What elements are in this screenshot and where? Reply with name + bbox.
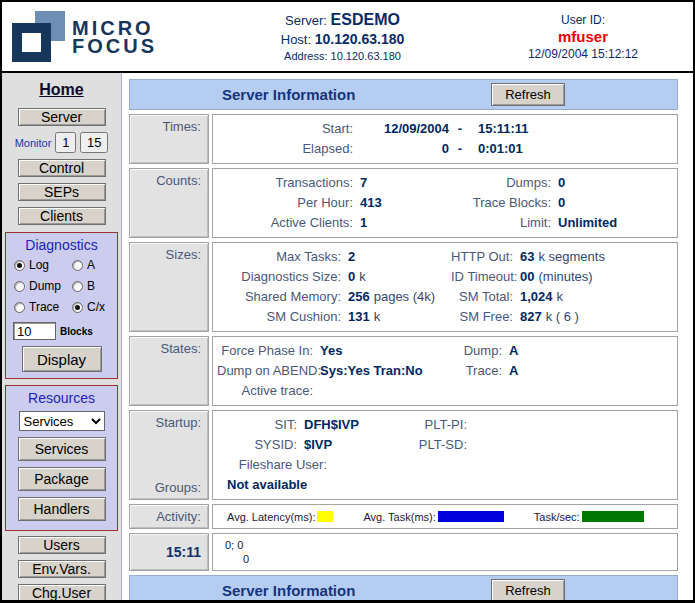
- resources-title: Resources: [28, 390, 95, 406]
- activity-row-label: Activity:: [129, 504, 209, 529]
- envvars-button[interactable]: Env.Vars.: [18, 560, 106, 578]
- sample-time-label: 15:11: [129, 533, 209, 571]
- bottom-title-bar: Server Information Refresh: [129, 575, 678, 600]
- logo-front-square: [12, 23, 51, 62]
- shared-memory-suffix: pages (4k): [370, 289, 435, 304]
- monitor-row: Monitor 1 15: [15, 132, 109, 153]
- start-label: Start:: [217, 119, 353, 139]
- display-button[interactable]: Display: [22, 346, 102, 372]
- id-timeout-label: ID Timeout:: [451, 267, 513, 287]
- server-identity: Server: ESDEMO Host: 10.120.63.180 Addre…: [162, 10, 523, 64]
- limit-label: Limit:: [449, 213, 551, 233]
- sm-free-suffix: k ( 6 ): [542, 309, 579, 324]
- microfocus-logo: MICRO FOCUS: [12, 11, 157, 62]
- microfocus-logo-icon: [12, 11, 65, 62]
- trace-state-value: A: [502, 361, 673, 381]
- home-link[interactable]: Home: [39, 81, 83, 99]
- es-admin-window: MICRO FOCUS Server: ESDEMO Host: 10.120.…: [0, 0, 695, 603]
- force-phase-value: Yes: [313, 341, 425, 361]
- sample-values: 0; 0 0: [212, 533, 678, 571]
- monitor-label: Monitor: [15, 137, 52, 149]
- diag-radio-dump-label: Dump: [29, 279, 61, 293]
- http-out-label: HTTP Out:: [451, 247, 513, 267]
- diag-radio-a-label: A: [87, 258, 95, 272]
- sm-free-value: 827: [520, 309, 542, 324]
- clients-button[interactable]: Clients: [18, 207, 106, 225]
- seps-button[interactable]: SEPs: [18, 183, 106, 201]
- handlers-button[interactable]: Handlers: [18, 497, 106, 521]
- states-row-label: States:: [129, 336, 209, 406]
- diag-radio-cx[interactable]: C/x: [72, 300, 105, 314]
- startup-row: Startup: Groups: SIT: DFH$IVP PLT-PI: SY…: [129, 410, 678, 500]
- dump-abend-value: Sys:Yes Tran:No: [313, 361, 425, 381]
- refresh-button-bottom[interactable]: Refresh: [491, 579, 565, 600]
- active-clients-label: Active Clients:: [217, 213, 353, 233]
- user-id-label: User ID:: [503, 12, 663, 28]
- sm-cushion-value: 131: [348, 309, 370, 324]
- radio-circle-icon: [72, 281, 83, 292]
- task-sec-label: Task/sec:: [534, 511, 580, 523]
- diagnostics-radio-group: Log A Dump B: [6, 258, 105, 314]
- server-button[interactable]: Server: [18, 108, 106, 126]
- sm-free-label: SM Free:: [451, 307, 513, 327]
- id-timeout-suffix: (minutes): [534, 269, 592, 284]
- shared-memory-value: 256: [348, 289, 370, 304]
- user-id-value: mfuser: [503, 28, 663, 46]
- diag-radio-a[interactable]: A: [72, 258, 105, 272]
- monitor-15-button[interactable]: 15: [80, 132, 108, 153]
- users-button[interactable]: Users: [18, 536, 106, 554]
- services-button[interactable]: Services: [18, 437, 106, 461]
- address-label: Address:: [284, 50, 327, 62]
- states-row: States: Force Phase In: Yes Dump: A Dump…: [129, 336, 678, 406]
- package-button[interactable]: Package: [18, 467, 106, 491]
- plt-sd-label: PLT-SD:: [417, 435, 467, 455]
- fileshare-user-label: Fileshare User:: [217, 455, 327, 475]
- blocks-input[interactable]: [13, 322, 56, 340]
- radio-circle-icon: [72, 302, 83, 313]
- avg-latency-label: Avg. Latency(ms):: [227, 511, 315, 523]
- refresh-button-top[interactable]: Refresh: [491, 83, 565, 106]
- plt-pi-label: PLT-PI:: [417, 415, 467, 435]
- diag-radio-dump[interactable]: Dump: [14, 279, 72, 293]
- elapsed-label: Elapsed:: [217, 139, 353, 159]
- diag-radio-b[interactable]: B: [72, 279, 105, 293]
- counts-row-label: Counts:: [129, 168, 209, 238]
- sysid-value: $IVP: [297, 435, 417, 455]
- per-hour-value: 413: [353, 193, 449, 213]
- sidebar: Home Server Monitor 1 15 Control SEPs Cl…: [2, 73, 122, 600]
- resources-select[interactable]: Services: [19, 411, 105, 431]
- diag-radio-cx-label: C/x: [87, 300, 105, 314]
- logo-line2: FOCUS: [72, 37, 157, 55]
- diag-radio-log[interactable]: Log: [14, 258, 72, 272]
- control-button[interactable]: Control: [18, 159, 106, 177]
- radio-circle-icon: [14, 302, 25, 313]
- address-value: 10.120.63.180: [331, 50, 401, 62]
- diag-radio-log-label: Log: [29, 258, 49, 272]
- separator: -: [449, 139, 471, 159]
- legend-avg-latency: Avg. Latency(ms):: [227, 511, 333, 523]
- chguser-button[interactable]: Chg.User: [18, 584, 106, 600]
- task-sec-swatch: [582, 511, 644, 522]
- diag-radio-trace[interactable]: Trace: [14, 300, 72, 314]
- dump-state-label: Dump:: [425, 341, 502, 361]
- times-row-label: Times:: [129, 114, 209, 164]
- shared-memory-label: Shared Memory:: [217, 287, 341, 307]
- legend-avg-task: Avg. Task(ms):: [363, 511, 503, 523]
- dumps-value: 0: [551, 173, 673, 193]
- counts-content: Transactions: 7 Dumps: 0 Per Hour: 413 T…: [212, 168, 678, 238]
- sm-total-value: 1,024: [520, 289, 553, 304]
- legend-task-sec: Task/sec:: [534, 511, 644, 523]
- sizes-row: Sizes: Max Tasks: 2 HTTP Out: 63k segmen…: [129, 242, 678, 332]
- diag-size-label: Diagnostics Size:: [217, 267, 341, 287]
- sizes-content: Max Tasks: 2 HTTP Out: 63k segments Diag…: [212, 242, 678, 332]
- groups-label: Groups:: [130, 480, 201, 495]
- dumps-label: Dumps:: [449, 173, 551, 193]
- resources-panel: Resources Services Services Package Hand…: [5, 385, 118, 531]
- monitor-1-button[interactable]: 1: [55, 132, 76, 153]
- max-tasks-value: 2: [341, 247, 451, 267]
- trace-state-label: Trace:: [425, 361, 502, 381]
- startup-content: SIT: DFH$IVP PLT-PI: SYSID: $IVP PLT-SD:…: [212, 410, 678, 500]
- times-row: Times: Start: 12/09/2004 - 15:11:11 Elap…: [129, 114, 678, 164]
- avg-task-swatch: [438, 511, 504, 522]
- server-name: ESDEMO: [331, 11, 400, 28]
